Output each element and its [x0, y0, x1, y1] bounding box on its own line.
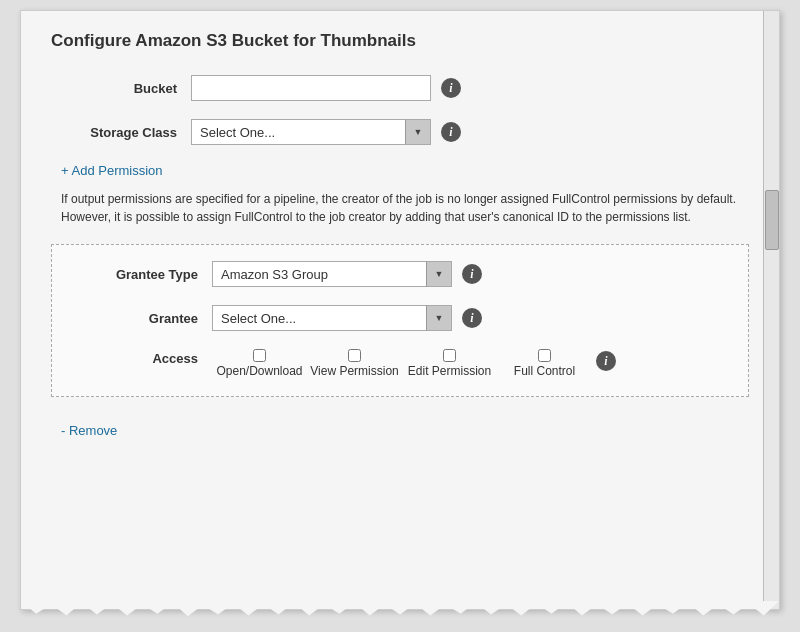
grantee-control-wrap: Select One... All Users Authenticated Us…: [212, 305, 482, 331]
bucket-control-wrap: i: [191, 75, 461, 101]
grantee-select-wrap: Select One... All Users Authenticated Us…: [212, 305, 452, 331]
checkbox-view-input[interactable]: [348, 349, 361, 362]
bucket-label: Bucket: [51, 81, 191, 96]
checkboxes-wrap: Open/Download View Permission Edit Permi…: [212, 349, 616, 380]
grantee-type-select[interactable]: Amazon S3 Group Canonical User ID Email: [212, 261, 452, 287]
checkbox-full-label: Full Control: [514, 364, 575, 380]
checkbox-full-control: Full Control: [497, 349, 592, 380]
access-label: Access: [72, 349, 212, 366]
scrollbar-thumb[interactable]: [765, 190, 779, 250]
bucket-row: Bucket i: [51, 75, 749, 101]
grantee-label: Grantee: [72, 311, 212, 326]
grantee-select[interactable]: Select One... All Users Authenticated Us…: [212, 305, 452, 331]
checkbox-full-input[interactable]: [538, 349, 551, 362]
scrollbar[interactable]: [763, 11, 779, 609]
checkbox-edit-permission: Edit Permission: [402, 349, 497, 380]
grantee-type-row: Grantee Type Amazon S3 Group Canonical U…: [72, 261, 728, 287]
bucket-info-icon[interactable]: i: [441, 78, 461, 98]
checkbox-edit-label: Edit Permission: [408, 364, 491, 380]
grantee-type-select-wrap: Amazon S3 Group Canonical User ID Email: [212, 261, 452, 287]
page-title: Configure Amazon S3 Bucket for Thumbnail…: [51, 31, 749, 51]
storage-class-select-wrap: Select One... Standard Reduced Redundanc…: [191, 119, 431, 145]
storage-class-select[interactable]: Select One... Standard Reduced Redundanc…: [191, 119, 431, 145]
checkbox-view-permission: View Permission: [307, 349, 402, 380]
remove-link[interactable]: - Remove: [61, 423, 117, 438]
grantee-info-icon[interactable]: i: [462, 308, 482, 328]
bucket-input[interactable]: [191, 75, 431, 101]
checkbox-edit-input[interactable]: [443, 349, 456, 362]
grantee-row: Grantee Select One... All Users Authenti…: [72, 305, 728, 331]
checkbox-open-download: Open/Download: [212, 349, 307, 380]
checkbox-open-input[interactable]: [253, 349, 266, 362]
storage-class-row: Storage Class Select One... Standard Red…: [51, 119, 749, 145]
permission-section: Grantee Type Amazon S3 Group Canonical U…: [51, 244, 749, 397]
storage-class-info-icon[interactable]: i: [441, 122, 461, 142]
grantee-type-label: Grantee Type: [72, 267, 212, 282]
add-permission-section: + Add Permission: [51, 163, 749, 184]
grantee-type-info-icon[interactable]: i: [462, 264, 482, 284]
access-row: Access Open/Download View Permission Edi…: [72, 349, 728, 380]
storage-class-label: Storage Class: [51, 125, 191, 140]
checkbox-open-label: Open/Download: [216, 364, 302, 380]
checkbox-view-label: View Permission: [310, 364, 398, 380]
grantee-type-control-wrap: Amazon S3 Group Canonical User ID Email …: [212, 261, 482, 287]
access-info-icon[interactable]: i: [596, 351, 616, 371]
permission-info-text: If output permissions are specified for …: [61, 190, 749, 226]
add-permission-link[interactable]: + Add Permission: [61, 163, 163, 178]
main-container: Configure Amazon S3 Bucket for Thumbnail…: [20, 10, 780, 610]
storage-class-control-wrap: Select One... Standard Reduced Redundanc…: [191, 119, 461, 145]
remove-section: - Remove: [51, 409, 749, 438]
